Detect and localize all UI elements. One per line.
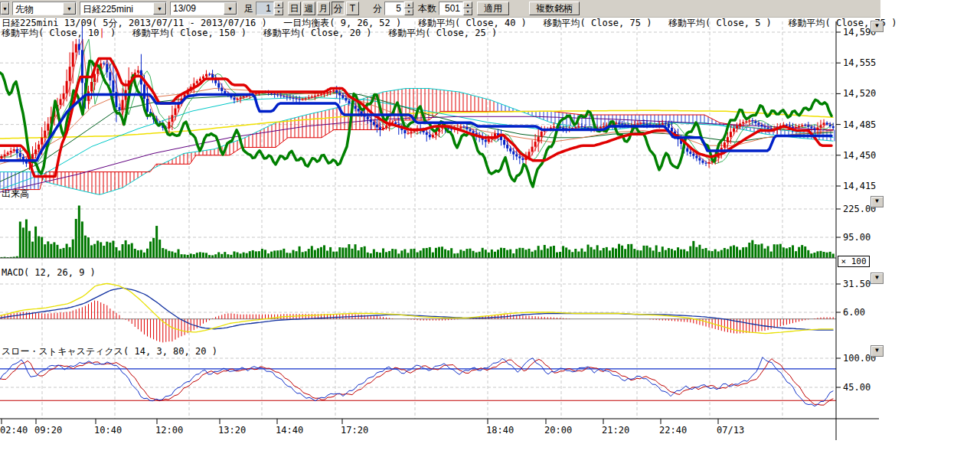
stoch-panel-label: スロー・ストキャスティクス( 14, 3, 80, 20 ) xyxy=(2,345,217,358)
symbol-combo[interactable]: 日経225mini ▼ xyxy=(80,2,167,15)
volume-panel-label: 出来高 xyxy=(2,188,29,201)
macd-pane-dropdown-icon[interactable]: ▼ xyxy=(871,273,884,284)
volume-multiplier-badge: × 100 xyxy=(838,256,870,267)
period-day-button[interactable]: 日 xyxy=(288,2,301,15)
spin-up-icon[interactable]: ▲ xyxy=(463,2,472,8)
contract-month-combo[interactable]: 13/09 ▼ xyxy=(170,2,237,15)
period-month-button[interactable]: 月 xyxy=(317,2,330,15)
text-caret: | xyxy=(99,28,104,38)
price-pane-dropdown-icon[interactable]: ▼ xyxy=(871,21,884,32)
chart-legend-line2: 移動平均( Close, 10| ) 移動平均( Close, 150 ) 移動… xyxy=(2,27,497,40)
svg-text:31.50: 31.50 xyxy=(843,279,871,289)
instrument-type-combo[interactable]: 先物 ▼ xyxy=(12,2,77,15)
bars-count-label: 本数 xyxy=(418,2,436,15)
svg-text:20:00: 20:00 xyxy=(544,425,572,436)
svg-text:10:40: 10:40 xyxy=(94,425,122,436)
legend-line2-pre: 移動平均( Close, 10 xyxy=(2,28,99,38)
svg-text:14,520: 14,520 xyxy=(843,88,876,99)
dropdown-arrow-icon[interactable]: ▼ xyxy=(63,2,76,15)
svg-text:45.00: 45.00 xyxy=(843,382,871,393)
svg-text:14,415: 14,415 xyxy=(843,181,876,191)
svg-text:14,555: 14,555 xyxy=(843,57,876,68)
apply-button[interactable]: 適用 xyxy=(477,2,509,15)
spin-down-icon[interactable]: ▼ xyxy=(463,8,472,15)
contract-month-value: 13/09 xyxy=(171,2,224,15)
svg-text:14,450: 14,450 xyxy=(843,150,876,161)
period-minute-button[interactable]: 分 xyxy=(332,2,345,15)
bars-count-spinner[interactable]: 501 ▲ ▼ xyxy=(439,2,472,15)
period-tick-button[interactable]: T xyxy=(346,2,359,15)
svg-text:07/13: 07/13 xyxy=(717,425,744,436)
spin-up-icon[interactable]: ▲ xyxy=(404,2,413,8)
interval-value: 1 xyxy=(256,2,274,15)
dropdown-arrow-icon[interactable]: ▼ xyxy=(153,2,166,15)
minute-label: 分 xyxy=(373,2,382,15)
svg-text:12:00: 12:00 xyxy=(155,425,183,436)
left-edge-combo[interactable]: ▼ xyxy=(0,2,10,15)
svg-text:02:40: 02:40 xyxy=(0,425,28,436)
dropdown-arrow-icon[interactable]: ▼ xyxy=(1,2,9,15)
bar-type-label: 足 xyxy=(244,2,253,15)
svg-text:18:40: 18:40 xyxy=(486,425,514,436)
svg-text:95.00: 95.00 xyxy=(843,232,871,243)
chart-window: 14,59014,55514,52014,48514,45014,415225.… xyxy=(0,0,980,470)
instrument-type-value: 先物 xyxy=(13,2,63,15)
stoch-pane-dropdown-icon[interactable]: ▼ xyxy=(871,345,884,357)
dropdown-arrow-icon[interactable]: ▼ xyxy=(224,2,237,15)
period-week-button[interactable]: 週 xyxy=(302,2,315,15)
svg-text:13:20: 13:20 xyxy=(218,425,246,436)
svg-text:17:20: 17:20 xyxy=(341,425,368,436)
svg-text:21:20: 21:20 xyxy=(602,425,629,436)
spin-down-icon[interactable]: ▼ xyxy=(404,8,413,15)
macd-panel-label: MACD( 12, 26, 9 ) xyxy=(2,267,96,278)
price-volume-macd-stoch-chart[interactable]: 14,59014,55514,52014,48514,45014,415225.… xyxy=(0,0,980,470)
svg-text:6.00: 6.00 xyxy=(843,307,865,318)
toolbar: ▼ 先物 ▼ 日経225mini ▼ 13/09 ▼ 足 1 ▲ ▼ 日 週 月… xyxy=(0,0,880,18)
svg-text:22:40: 22:40 xyxy=(659,425,687,436)
svg-text:09:20: 09:20 xyxy=(34,425,62,436)
volume-pane-dropdown-icon[interactable]: ▼ xyxy=(871,196,884,207)
svg-text:14:40: 14:40 xyxy=(276,425,303,436)
svg-text:14,485: 14,485 xyxy=(843,119,876,130)
minute-spinner[interactable]: 5 ▲ ▼ xyxy=(384,2,413,15)
spin-up-icon[interactable]: ▲ xyxy=(274,2,283,8)
symbol-value: 日経225mini xyxy=(80,2,153,15)
legend-line2-post: ) 移動平均( Close, 150 ) 移動平均( Close, 20 ) 移… xyxy=(105,28,497,38)
bars-count-value: 501 xyxy=(439,2,463,15)
spin-down-icon[interactable]: ▼ xyxy=(274,8,283,15)
minute-value: 5 xyxy=(384,2,404,15)
interval-spinner[interactable]: 1 ▲ ▼ xyxy=(256,2,283,15)
multi-symbol-button[interactable]: 複数銘柄 xyxy=(529,2,580,15)
